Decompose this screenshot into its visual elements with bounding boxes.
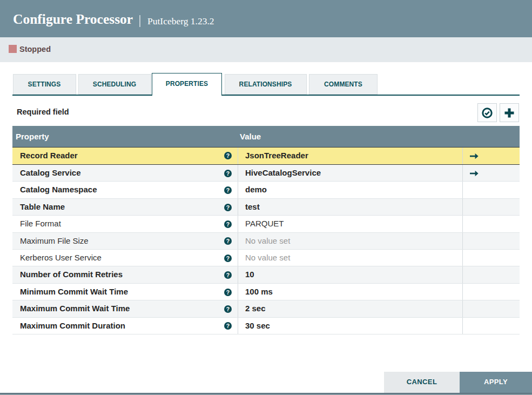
svg-text:?: ? <box>226 323 230 329</box>
svg-text:?: ? <box>226 255 230 262</box>
svg-text:?: ? <box>226 238 230 244</box>
svg-text:?: ? <box>226 152 230 159</box>
svg-text:?: ? <box>226 272 230 278</box>
svg-text:?: ? <box>226 204 230 210</box>
svg-text:?: ? <box>226 289 230 295</box>
svg-text:?: ? <box>226 187 230 193</box>
svg-text:?: ? <box>226 306 230 312</box>
svg-text:?: ? <box>226 170 230 177</box>
svg-text:?: ? <box>226 221 230 227</box>
